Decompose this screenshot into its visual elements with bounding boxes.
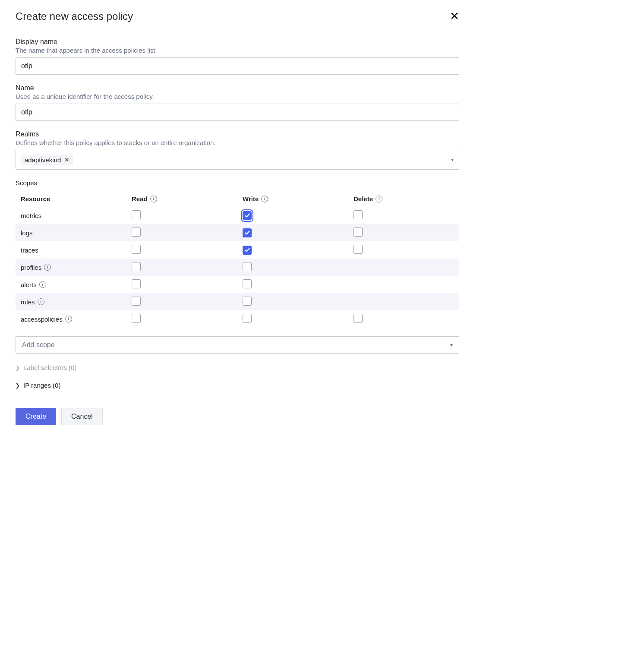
info-icon[interactable]: i [150, 196, 157, 202]
scope-row-profiles: profilesi [16, 259, 459, 276]
add-scope-select[interactable]: Add scope ▾ [16, 336, 459, 354]
scopes-table: Resource Read i Write i Delete [16, 191, 459, 328]
info-icon[interactable]: i [44, 264, 51, 271]
cancel-button[interactable]: Cancel [61, 408, 103, 425]
dialog-title: Create new access policy [16, 10, 133, 22]
scope-read-checkbox[interactable] [132, 297, 141, 306]
scope-row-alerts: alertsi [16, 276, 459, 293]
display-name-help: The name that appears in the access poli… [16, 47, 459, 54]
display-name-input[interactable] [16, 57, 459, 75]
name-help: Used as a unique identifier for the acce… [16, 93, 459, 100]
scope-read-checkbox[interactable] [132, 228, 141, 237]
name-label: Name [16, 84, 459, 92]
scope-name: logs [21, 229, 33, 237]
label-selectors-label: Label selectors (0) [23, 364, 76, 371]
ip-ranges-label: IP ranges (0) [23, 382, 60, 389]
scope-row-metrics: metrics [16, 207, 459, 224]
scope-name: traces [21, 246, 38, 254]
scope-read-checkbox[interactable] [132, 279, 141, 288]
scopes-header-delete: Delete [354, 195, 373, 202]
scope-row-traces: traces [16, 241, 459, 259]
info-icon[interactable]: i [376, 196, 382, 202]
chevron-down-icon: ▾ [450, 342, 453, 348]
chevron-down-icon: ▾ [451, 157, 454, 163]
scope-write-checkbox[interactable] [243, 246, 252, 255]
add-scope-placeholder: Add scope [22, 341, 55, 349]
chevron-right-icon: ❯ [16, 365, 20, 371]
info-icon[interactable]: i [38, 298, 44, 305]
scopes-label: Scopes [16, 179, 459, 186]
realms-help: Defines whether this policy applies to s… [16, 139, 459, 146]
scope-write-checkbox[interactable] [243, 228, 252, 237]
realm-chip-label: adaptivekind [25, 156, 61, 164]
name-input[interactable] [16, 104, 459, 121]
realms-label: Realms [16, 130, 459, 138]
label-selectors-accordion[interactable]: ❯ Label selectors (0) [16, 364, 459, 371]
realms-select[interactable]: adaptivekind ✕ ▾ [16, 150, 459, 170]
scopes-header-read: Read [132, 195, 148, 202]
scope-name: metrics [21, 212, 41, 219]
ip-ranges-accordion[interactable]: ❯ IP ranges (0) [16, 382, 459, 389]
scope-name: profiles [21, 264, 41, 271]
scope-write-checkbox[interactable] [243, 211, 252, 220]
realm-chip-remove-icon[interactable]: ✕ [64, 157, 69, 163]
create-button[interactable]: Create [16, 408, 56, 425]
info-icon[interactable]: i [39, 281, 46, 288]
scope-read-checkbox[interactable] [132, 210, 141, 219]
scope-delete-checkbox[interactable] [354, 228, 363, 237]
scope-delete-checkbox[interactable] [354, 210, 363, 219]
close-icon: ✕ [450, 9, 459, 22]
scope-name: accesspolicies [21, 316, 63, 323]
scope-read-checkbox[interactable] [132, 314, 141, 323]
scope-row-logs: logs [16, 224, 459, 241]
scope-read-checkbox[interactable] [132, 262, 141, 271]
scope-write-checkbox[interactable] [243, 279, 252, 288]
scopes-header-write: Write [243, 195, 259, 202]
scope-name: rules [21, 298, 35, 306]
scope-write-checkbox[interactable] [243, 297, 252, 306]
scope-name: alerts [21, 281, 37, 288]
scope-read-checkbox[interactable] [132, 245, 141, 254]
scope-row-accesspolicies: accesspoliciesi [16, 310, 459, 328]
chevron-right-icon: ❯ [16, 382, 20, 389]
scope-delete-checkbox[interactable] [354, 314, 363, 323]
info-icon[interactable]: i [65, 316, 72, 322]
scope-delete-checkbox[interactable] [354, 245, 363, 254]
display-name-label: Display name [16, 38, 459, 46]
scopes-header-resource: Resource [16, 191, 126, 207]
scope-write-checkbox[interactable] [243, 314, 252, 323]
close-button[interactable]: ✕ [450, 10, 459, 22]
realm-chip: adaptivekind ✕ [21, 155, 73, 165]
scope-write-checkbox[interactable] [243, 262, 252, 271]
info-icon[interactable]: i [261, 196, 268, 202]
scope-row-rules: rulesi [16, 293, 459, 310]
